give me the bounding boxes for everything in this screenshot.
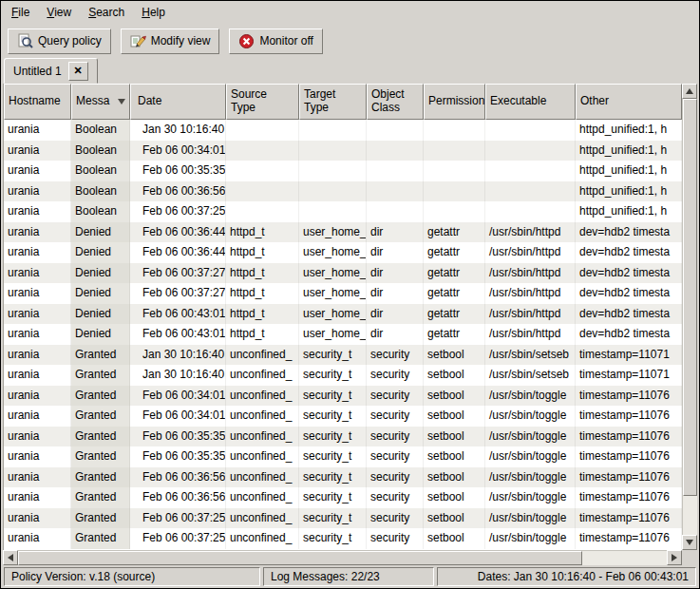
table-row[interactable]: uraniaDeniedFeb 06 00:43:01httpd_tuser_h…: [4, 304, 682, 325]
cell: Boolean: [71, 201, 130, 222]
column-header-source-type[interactable]: Source Type: [226, 84, 299, 120]
cell: /usr/sbin/toggle: [485, 487, 576, 508]
cell: /usr/sbin/toggle: [485, 528, 576, 549]
query-policy-button[interactable]: Query policy: [8, 28, 111, 54]
table-row[interactable]: uraniaDeniedFeb 06 00:36:44httpd_tuser_h…: [4, 242, 682, 263]
cell: httpd_unified:1, h: [576, 141, 682, 162]
cell: security_t: [299, 406, 367, 427]
cell: user_home_: [299, 283, 367, 304]
cell: setbool: [424, 406, 485, 427]
cell: security_t: [299, 427, 367, 447]
column-header-target-type[interactable]: Target Type: [299, 84, 367, 120]
cell: user_home_: [299, 304, 367, 325]
cell: urania: [4, 386, 71, 407]
cell: urania: [4, 365, 71, 386]
cell: /usr/sbin/setseb: [485, 365, 576, 386]
menu-view[interactable]: View: [38, 3, 80, 22]
horizontal-scrollbar[interactable]: [3, 550, 682, 565]
table-row[interactable]: uraniaBooleanFeb 06 00:36:56httpd_unifie…: [4, 181, 682, 202]
cell: httpd_t: [226, 263, 299, 284]
table-row[interactable]: uraniaDeniedFeb 06 00:37:27httpd_tuser_h…: [4, 263, 682, 284]
table-row[interactable]: uraniaGrantedJan 30 10:16:40unconfined_s…: [4, 365, 682, 386]
cell: unconfined_: [226, 528, 299, 549]
scroll-down-button[interactable]: [682, 535, 697, 550]
cell: security: [367, 467, 424, 488]
table-row[interactable]: uraniaDeniedFeb 06 00:37:27httpd_tuser_h…: [4, 283, 682, 304]
horizontal-scroll-thumb[interactable]: [18, 551, 582, 565]
menu-help[interactable]: Help: [133, 3, 174, 22]
cell: timestamp=11076: [576, 467, 682, 488]
table-row[interactable]: uraniaGrantedFeb 06 00:34:01unconfined_s…: [4, 386, 682, 407]
toolbar: Query policy Modify view Mo: [1, 24, 699, 58]
column-header-object-class[interactable]: Object Class: [367, 84, 424, 120]
table-header: HostnameMessaDateSource TypeTarget TypeO…: [4, 84, 682, 120]
cell: [367, 201, 424, 222]
cell: [299, 181, 367, 202]
cell: urania: [4, 324, 71, 345]
scroll-up-button[interactable]: [682, 84, 697, 99]
cell: Denied: [71, 304, 130, 325]
cell: getattr: [424, 324, 485, 345]
vertical-scroll-thumb[interactable]: [683, 99, 697, 496]
cell: setbool: [424, 467, 485, 488]
cell: urania: [4, 427, 71, 447]
cell: timestamp=11076: [576, 508, 682, 529]
scroll-right-button[interactable]: [667, 550, 682, 565]
modify-view-button[interactable]: Modify view: [121, 28, 220, 54]
table-row[interactable]: uraniaGrantedFeb 06 00:37:25unconfined_s…: [4, 528, 682, 549]
column-header-permission[interactable]: Permission: [424, 84, 485, 120]
menu-search[interactable]: Search: [80, 3, 133, 22]
table-row[interactable]: uraniaBooleanJan 30 10:16:40httpd_unifie…: [4, 120, 682, 141]
table-row[interactable]: uraniaBooleanFeb 06 00:35:35httpd_unifie…: [4, 161, 682, 181]
cell: [485, 141, 576, 162]
column-header-hostname[interactable]: Hostname: [4, 84, 71, 120]
cell: timestamp=11076: [576, 406, 682, 427]
arrow-left-icon: [8, 554, 13, 561]
cell: [226, 141, 299, 162]
monitor-off-button[interactable]: Monitor off: [229, 28, 322, 54]
policy-version-text: Policy Version: v.18 (source): [11, 570, 155, 583]
table-row[interactable]: uraniaGrantedJan 30 10:16:40unconfined_s…: [4, 345, 682, 366]
scroll-left-button[interactable]: [3, 550, 18, 565]
column-header-other[interactable]: Other: [576, 84, 682, 120]
menu-bar: File View Search Help: [1, 1, 699, 24]
cell: urania: [4, 161, 71, 181]
tab-close-button[interactable]: ✕: [68, 62, 88, 81]
cell: timestamp=11076: [576, 528, 682, 549]
cell: urania: [4, 487, 71, 508]
cell: Denied: [71, 283, 130, 304]
table-row[interactable]: uraniaBooleanFeb 06 00:34:01httpd_unifie…: [4, 141, 682, 162]
cell: Granted: [71, 386, 130, 407]
cell: setbool: [424, 508, 485, 529]
cell: urania: [4, 141, 71, 162]
cell: /usr/sbin/httpd: [485, 304, 576, 325]
column-header-executable[interactable]: Executable: [485, 84, 576, 120]
cell: dev=hdb2 timesta: [576, 304, 682, 325]
cell: setbool: [424, 528, 485, 549]
table-row[interactable]: uraniaDeniedFeb 06 00:43:01httpd_tuser_h…: [4, 324, 682, 345]
tab-untitled-1[interactable]: Untitled 1 ✕: [4, 58, 98, 84]
table-row[interactable]: uraniaGrantedFeb 06 00:34:01unconfined_s…: [4, 406, 682, 427]
cell: /usr/sbin/httpd: [485, 222, 576, 243]
horizontal-scroll-track[interactable]: [18, 550, 667, 565]
table-row[interactable]: uraniaGrantedFeb 06 00:35:35unconfined_s…: [4, 427, 682, 447]
table-row[interactable]: uraniaDeniedFeb 06 00:36:44httpd_tuser_h…: [4, 222, 682, 243]
menu-file[interactable]: File: [3, 3, 38, 22]
table-row[interactable]: uraniaBooleanFeb 06 00:37:25httpd_unifie…: [4, 201, 682, 222]
vertical-scroll-track[interactable]: [682, 99, 697, 535]
cell: Granted: [71, 406, 130, 427]
cell: Denied: [71, 324, 130, 345]
table-row[interactable]: uraniaGrantedFeb 06 00:36:56unconfined_s…: [4, 487, 682, 508]
cell: Feb 06 00:43:01: [130, 304, 226, 325]
column-header-messa[interactable]: Messa: [71, 84, 130, 120]
column-header-date[interactable]: Date: [130, 84, 226, 120]
cell: urania: [4, 406, 71, 427]
cell: urania: [4, 263, 71, 284]
table-row[interactable]: uraniaGrantedFeb 06 00:35:35unconfined_s…: [4, 446, 682, 467]
cell: dev=hdb2 timesta: [576, 324, 682, 345]
seaudit-window: File View Search Help Query policy: [0, 0, 700, 589]
table-row[interactable]: uraniaGrantedFeb 06 00:36:56unconfined_s…: [4, 467, 682, 488]
cell: security: [367, 446, 424, 467]
cell: urania: [4, 304, 71, 325]
table-row[interactable]: uraniaGrantedFeb 06 00:37:25unconfined_s…: [4, 508, 682, 529]
